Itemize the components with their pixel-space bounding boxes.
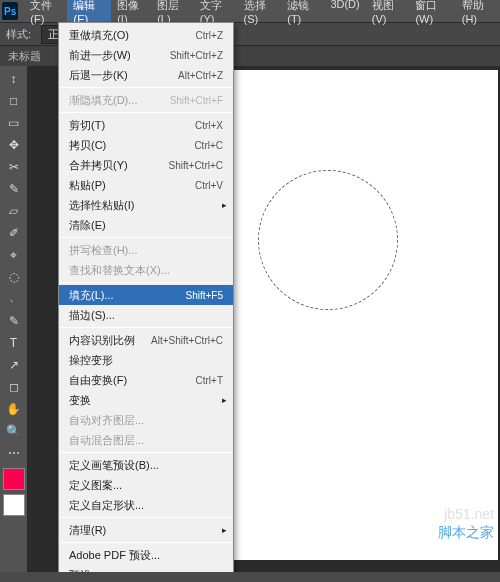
tool-10[interactable]: ﹅ (2, 288, 26, 310)
menu-item-27[interactable]: 定义图案... (59, 475, 233, 495)
tool-4[interactable]: ✂ (2, 156, 26, 178)
menu-item-21[interactable]: 自由变换(F)Ctrl+T (59, 370, 233, 390)
menu-9[interactable]: 窗口(W) (409, 0, 455, 28)
menu-item-23: 自动对齐图层... (59, 410, 233, 430)
tool-7[interactable]: ✐ (2, 222, 26, 244)
menu-item-label: 定义图案... (69, 478, 223, 493)
menu-item-shortcut: Alt+Shift+Ctrl+C (151, 335, 223, 346)
menu-item-label: 粘贴(P) (69, 178, 195, 193)
menu-separator (60, 282, 232, 283)
tool-palette: ↕□▭✥✂✎▱✐⌖◌﹅✎T↗◻✋🔍⋯ (0, 66, 28, 572)
status-bar (0, 572, 500, 582)
tool-16[interactable]: 🔍 (2, 420, 26, 442)
tool-11[interactable]: ✎ (2, 310, 26, 332)
menu-item-10[interactable]: 选择性粘贴(I) (59, 195, 233, 215)
menu-separator (60, 237, 232, 238)
marquee-selection-circle (258, 170, 398, 310)
menu-item-label: 前进一步(W) (69, 48, 170, 63)
menu-item-4: 渐隐填充(D)...Shift+Ctrl+F (59, 90, 233, 110)
menu-item-17[interactable]: 描边(S)... (59, 305, 233, 325)
menu-item-2[interactable]: 后退一步(K)Alt+Ctrl+Z (59, 65, 233, 85)
menu-item-shortcut: Ctrl+X (195, 120, 223, 131)
menu-item-shortcut: Shift+Ctrl+F (170, 95, 223, 106)
menu-item-20[interactable]: 操控变形 (59, 350, 233, 370)
menu-separator (60, 327, 232, 328)
menu-item-22[interactable]: 变换 (59, 390, 233, 410)
edit-menu-dropdown: 重做填充(O)Ctrl+Z前进一步(W)Shift+Ctrl+Z后退一步(K)A… (58, 22, 234, 582)
menu-item-label: 渐隐填充(D)... (69, 93, 170, 108)
background-swatch[interactable] (3, 494, 25, 516)
menu-6[interactable]: 滤镜(T) (281, 0, 324, 28)
menu-item-label: 剪切(T) (69, 118, 195, 133)
menu-item-shortcut: Alt+Ctrl+Z (178, 70, 223, 81)
menu-item-6[interactable]: 剪切(T)Ctrl+X (59, 115, 233, 135)
menu-10[interactable]: 帮助(H) (456, 0, 500, 28)
menu-item-32[interactable]: Adobe PDF 预设... (59, 545, 233, 565)
watermark-url: jb51.net (444, 506, 494, 522)
menu-item-28[interactable]: 定义自定形状... (59, 495, 233, 515)
option-mode-label: 样式: (6, 27, 31, 42)
menu-item-label: 填充(L)... (69, 288, 185, 303)
menu-item-30[interactable]: 清理(R) (59, 520, 233, 540)
menu-item-label: 合并拷贝(Y) (69, 158, 169, 173)
menu-item-label: 选择性粘贴(I) (69, 198, 223, 213)
canvas[interactable] (228, 70, 498, 560)
menu-item-7[interactable]: 拷贝(C)Ctrl+C (59, 135, 233, 155)
tool-14[interactable]: ◻ (2, 376, 26, 398)
menu-item-shortcut: Ctrl+T (196, 375, 224, 386)
menu-item-label: 清理(R) (69, 523, 223, 538)
menu-item-label: 重做填充(O) (69, 28, 196, 43)
tool-3[interactable]: ✥ (2, 134, 26, 156)
tool-5[interactable]: ✎ (2, 178, 26, 200)
menu-item-label: Adobe PDF 预设... (69, 548, 223, 563)
menu-item-label: 查找和替换文本(X)... (69, 263, 223, 278)
tool-17[interactable]: ⋯ (2, 442, 26, 464)
app-logo: Ps (2, 2, 18, 20)
tool-12[interactable]: T (2, 332, 26, 354)
menu-item-14: 查找和替换文本(X)... (59, 260, 233, 280)
menu-8[interactable]: 视图(V) (366, 0, 410, 28)
tool-1[interactable]: □ (2, 90, 26, 112)
menu-item-8[interactable]: 合并拷贝(Y)Shift+Ctrl+C (59, 155, 233, 175)
menu-separator (60, 517, 232, 518)
menu-item-shortcut: Shift+Ctrl+Z (170, 50, 223, 61)
menu-item-9[interactable]: 粘贴(P)Ctrl+V (59, 175, 233, 195)
menu-item-13: 拼写检查(H)... (59, 240, 233, 260)
menu-item-label: 自动混合图层... (69, 433, 223, 448)
tool-9[interactable]: ◌ (2, 266, 26, 288)
menu-item-shortcut: Shift+Ctrl+C (169, 160, 223, 171)
menu-separator (60, 87, 232, 88)
menu-item-label: 自由变换(F) (69, 373, 196, 388)
menu-item-24: 自动混合图层... (59, 430, 233, 450)
menu-item-11[interactable]: 清除(E) (59, 215, 233, 235)
menu-item-label: 内容识别比例 (69, 333, 151, 348)
menu-item-0[interactable]: 重做填充(O)Ctrl+Z (59, 25, 233, 45)
menu-item-shortcut: Ctrl+C (194, 140, 223, 151)
menu-item-shortcut: Shift+F5 (185, 290, 223, 301)
watermark-brand: 脚本之家 (438, 524, 494, 542)
menu-item-1[interactable]: 前进一步(W)Shift+Ctrl+Z (59, 45, 233, 65)
menu-separator (60, 542, 232, 543)
tool-6[interactable]: ▱ (2, 200, 26, 222)
tool-8[interactable]: ⌖ (2, 244, 26, 266)
tool-13[interactable]: ↗ (2, 354, 26, 376)
menu-separator (60, 112, 232, 113)
menu-separator (60, 452, 232, 453)
menu-item-19[interactable]: 内容识别比例Alt+Shift+Ctrl+C (59, 330, 233, 350)
menu-item-shortcut: Ctrl+V (195, 180, 223, 191)
menu-item-label: 描边(S)... (69, 308, 223, 323)
menu-item-label: 定义画笔预设(B)... (69, 458, 223, 473)
menu-5[interactable]: 选择(S) (238, 0, 282, 28)
menu-item-26[interactable]: 定义画笔预设(B)... (59, 455, 233, 475)
menu-item-label: 自动对齐图层... (69, 413, 223, 428)
menu-item-label: 拼写检查(H)... (69, 243, 223, 258)
menu-item-shortcut: Ctrl+Z (196, 30, 224, 41)
tool-2[interactable]: ▭ (2, 112, 26, 134)
foreground-swatch[interactable] (3, 468, 25, 490)
menu-item-label: 拷贝(C) (69, 138, 194, 153)
menu-item-label: 清除(E) (69, 218, 223, 233)
tool-0[interactable]: ↕ (2, 68, 26, 90)
tool-15[interactable]: ✋ (2, 398, 26, 420)
menu-item-16[interactable]: 填充(L)...Shift+F5 (59, 285, 233, 305)
menu-7[interactable]: 3D(D) (324, 0, 365, 28)
